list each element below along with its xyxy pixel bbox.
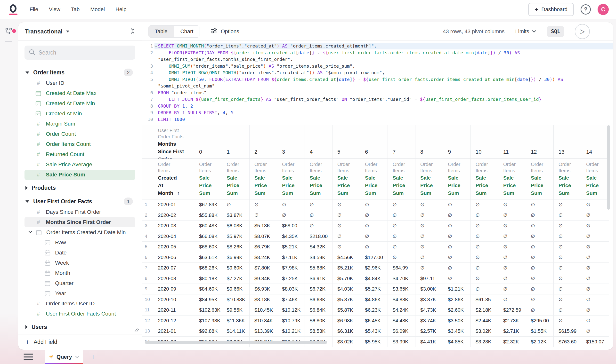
table-cell[interactable]: $61.85	[471, 294, 498, 305]
table-cell[interactable]: $55.88K	[194, 210, 222, 221]
cell-date[interactable]: 2020-09	[153, 284, 194, 294]
table-cell[interactable]: ∅	[554, 242, 581, 252]
table-cell[interactable]: $66.08K	[194, 231, 222, 242]
menu-icon[interactable]	[24, 354, 35, 360]
table-cell[interactable]: $5.27K	[360, 284, 388, 294]
table-cell[interactable]: $5.21K	[277, 242, 305, 252]
table-cell[interactable]: $6.31K	[333, 326, 360, 337]
pivot-value-header-7[interactable]: 7	[388, 125, 415, 159]
section-user-first-order-facts[interactable]: User First Order Facts1	[18, 196, 142, 207]
table-cell[interactable]: $60.48K	[194, 221, 222, 231]
table-cell[interactable]: $5.87K	[333, 305, 360, 315]
field-raw[interactable]: Raw	[25, 237, 135, 248]
table-cell[interactable]: $3.87K	[222, 210, 250, 221]
table-cell[interactable]: $4.70K	[388, 273, 415, 284]
table-cell[interactable]: ∅	[498, 273, 526, 284]
table-cell[interactable]: ∅	[554, 231, 581, 242]
table-cell[interactable]: $3.02K	[471, 326, 498, 337]
measure-header-10[interactable]: Order ItemsSale Price Sum	[471, 159, 498, 199]
table-cell[interactable]: $10.12K	[277, 305, 305, 315]
table-cell[interactable]: ∅	[277, 210, 305, 221]
new-tab-button[interactable]: +	[91, 353, 95, 361]
table-cell[interactable]: ∅	[415, 210, 443, 221]
measure-header-9[interactable]: Order ItemsSale Price Sum	[443, 159, 471, 199]
table-cell[interactable]: ∅	[554, 210, 581, 221]
table-cell[interactable]: ∅	[471, 252, 498, 263]
cell-date[interactable]: 2020-04	[153, 231, 194, 242]
table-cell[interactable]: $10.88K	[222, 294, 250, 305]
field-created-at-date-max[interactable]: Created At Date Max	[25, 88, 135, 98]
table-cell[interactable]: $8.18K	[250, 294, 277, 305]
table-cell[interactable]: ∅	[471, 199, 498, 210]
section-order-items[interactable]: Order Items2	[18, 67, 142, 78]
cell-date[interactable]: 2020-02	[153, 210, 194, 221]
table-cell[interactable]: ∅	[526, 221, 554, 231]
table-cell[interactable]: $4.85K	[443, 337, 471, 347]
table-cell[interactable]: $2.12K	[526, 337, 554, 347]
measure-header-4[interactable]: Order ItemsSale Price Sum	[305, 159, 333, 199]
menu-file[interactable]: File	[30, 6, 38, 13]
sql-editor[interactable]: 1SELECT OMNI_MONTH("order_items"."create…	[142, 41, 613, 125]
table-cell[interactable]: ∅	[443, 199, 471, 210]
table-cell[interactable]: $6.08K	[222, 221, 250, 231]
table-cell[interactable]: ∅	[581, 294, 609, 305]
model-selector[interactable]: Transactional	[25, 28, 63, 35]
table-cell[interactable]: $4.24K	[388, 305, 415, 315]
table-cell[interactable]: ∅	[581, 273, 609, 284]
field-created-at-date-min[interactable]: Created At Date Min	[25, 98, 135, 109]
table-cell[interactable]: $8.07K	[250, 231, 277, 242]
table-cell[interactable]: $63.61K	[194, 252, 222, 263]
pivot-value-header-14[interactable]: 14	[581, 125, 609, 159]
table-cell[interactable]: ∅	[360, 210, 388, 221]
table-cell[interactable]: ∅	[526, 231, 554, 242]
cell-date[interactable]: 2021-01	[153, 326, 194, 337]
field-order-items-count[interactable]: #Order Items Count	[25, 139, 135, 149]
collapse-panel-icon[interactable]	[130, 28, 136, 35]
table-cell[interactable]: $97.11	[415, 273, 443, 284]
table-cell[interactable]: ∅	[526, 199, 554, 210]
table-cell[interactable]: ∅	[581, 199, 609, 210]
table-cell[interactable]: $2.73K	[498, 315, 526, 326]
table-cell[interactable]: ∅	[333, 221, 360, 231]
table-cell[interactable]: $64.99	[388, 263, 415, 273]
table-cell[interactable]: ∅	[360, 242, 388, 252]
table-cell[interactable]: ∅	[415, 263, 443, 273]
table-cell[interactable]: ∅	[554, 294, 581, 305]
code-fold-icon[interactable]	[154, 43, 157, 50]
sidebar-resize-handle[interactable]	[134, 328, 139, 332]
table-cell[interactable]: $4.86K	[360, 294, 388, 305]
table-cell[interactable]: $3.37K	[415, 294, 443, 305]
table-cell[interactable]: ∅	[581, 284, 609, 294]
table-cell[interactable]: $763.60	[554, 337, 581, 347]
table-cell[interactable]: $3.45K	[443, 326, 471, 337]
measure-header-12[interactable]: Order ItemsSale Price Sum	[526, 159, 554, 199]
table-cell[interactable]: ∅	[305, 221, 333, 231]
pivot-value-header-10[interactable]: 10	[471, 125, 498, 159]
field-user-first-order-facts-count[interactable]: #User First Order Facts Count	[25, 309, 135, 319]
table-cell[interactable]: $4.41K	[415, 337, 443, 347]
table-cell[interactable]: ∅	[581, 315, 609, 326]
table-cell[interactable]: ∅	[388, 199, 415, 210]
cell-date[interactable]: 2020-10	[153, 294, 194, 305]
search-box[interactable]	[25, 46, 135, 60]
table-cell[interactable]: $6.45K	[360, 315, 388, 326]
table-cell[interactable]: $295.00	[526, 315, 554, 326]
table-cell[interactable]: $2.32K	[498, 337, 526, 347]
field-date[interactable]: Date	[25, 248, 135, 258]
table-cell[interactable]: $2.96K	[360, 263, 388, 273]
field-margin-sum[interactable]: #Margin Sum	[25, 119, 135, 129]
cell-date[interactable]: 2020-11	[153, 305, 194, 315]
menu-help[interactable]: Help	[115, 6, 126, 13]
table-cell[interactable]: ∅	[305, 199, 333, 210]
table-cell[interactable]: $3.65K	[388, 284, 415, 294]
field-year[interactable]: Year	[25, 288, 135, 299]
table-cell[interactable]: $6.79K	[250, 242, 277, 252]
field-quarter[interactable]: Quarter	[25, 278, 135, 288]
field-week[interactable]: Week	[25, 258, 135, 268]
table-cell[interactable]: $8.26K	[222, 242, 250, 252]
options-button[interactable]: Options	[211, 28, 239, 35]
measure-header-2[interactable]: Order ItemsSale Price Sum	[250, 159, 277, 199]
table-cell[interactable]: $2.60K	[443, 305, 471, 315]
table-cell[interactable]: $14.11K	[222, 326, 250, 337]
pivot-value-header-11[interactable]: 11	[498, 125, 526, 159]
